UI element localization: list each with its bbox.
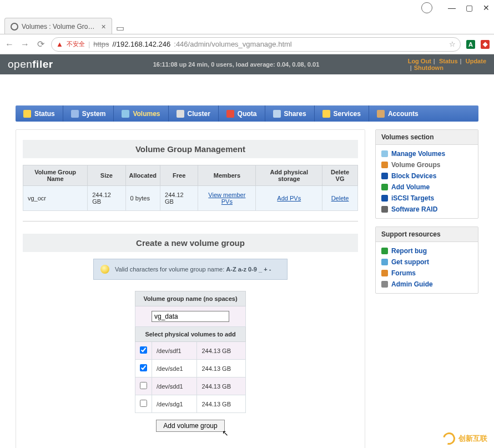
vg-table: Volume Group Name Size Allocated Free Me…: [23, 165, 358, 211]
nav-item-status[interactable]: Status: [16, 105, 63, 122]
sidebar-bullet-icon: [381, 195, 388, 202]
sidebar-item[interactable]: Admin Guide: [379, 279, 475, 290]
pv-size: 244.13 GB: [197, 342, 246, 360]
app-body: StatusSystemVolumesClusterQuotaSharesSer…: [0, 74, 494, 448]
sidebar-link[interactable]: Manage Volumes: [391, 150, 445, 158]
nav-item-cluster[interactable]: Cluster: [169, 105, 219, 122]
sidebar-link[interactable]: Software RAID: [391, 205, 437, 213]
browser-tab-active[interactable]: Volumes : Volume Gro… ×: [4, 18, 112, 34]
browser-tabbar: Volumes : Volume Gro… × ▭: [0, 16, 494, 34]
quota-icon: [226, 110, 234, 118]
nav-label: Accounts: [388, 110, 419, 118]
volumes-icon: [122, 110, 129, 118]
window-caption: — ▢ ✕: [0, 0, 494, 16]
sidebar-link[interactable]: Get support: [391, 258, 429, 266]
sidebar-item[interactable]: Get support: [379, 256, 475, 268]
bookmark-star-icon[interactable]: ☆: [449, 40, 456, 48]
nav-back-button[interactable]: ←: [4, 39, 14, 49]
window-minimize-button[interactable]: —: [448, 3, 456, 12]
nav-label: Shares: [284, 110, 306, 118]
profile-icon[interactable]: [421, 2, 432, 13]
pv-row: /dev/sde1244.13 GB: [135, 360, 246, 377]
sidebox-support-title: Support resources: [376, 227, 478, 242]
col-allocated: Allocated: [125, 165, 160, 186]
tab-title: Volumes : Volume Gro…: [22, 23, 94, 31]
pv-size: 244.13 GB: [197, 395, 246, 413]
vg-mgmt-heading: Volume Group Management: [23, 140, 358, 158]
nav-label: Volumes: [133, 110, 160, 118]
pv-checkbox[interactable]: [140, 400, 147, 407]
pv-row: /dev/sdg1244.13 GB: [135, 395, 246, 413]
nav-item-volumes[interactable]: Volumes: [114, 105, 168, 122]
extension-a-icon[interactable]: A: [466, 40, 475, 49]
link-logout[interactable]: Log Out: [408, 58, 431, 64]
pv-checkbox[interactable]: [140, 382, 147, 389]
nav-label: System: [82, 110, 106, 118]
link-add-pvs[interactable]: Add PVs: [277, 195, 301, 202]
nav-item-accounts[interactable]: Accounts: [369, 105, 426, 122]
window-maximize-button[interactable]: ▢: [466, 3, 473, 12]
col-delete: Delete VG: [322, 165, 358, 186]
link-update[interactable]: Update: [466, 58, 486, 64]
link-status[interactable]: Status: [439, 58, 458, 64]
sidebar-item[interactable]: iSCSI Targets: [379, 193, 475, 204]
pv-checkbox[interactable]: [140, 346, 147, 354]
sidebar-link[interactable]: Admin Guide: [391, 280, 433, 288]
link-delete-vg[interactable]: Delete: [331, 195, 349, 202]
sidebar-item[interactable]: Report bug: [379, 245, 475, 256]
sidebar-bullet-icon: [381, 281, 388, 288]
sidebar-link[interactable]: Volume Groups: [391, 161, 440, 169]
sidebar-item[interactable]: Add Volume: [379, 182, 475, 193]
sidebar-item[interactable]: Manage Volumes: [379, 148, 475, 159]
sidebar-link[interactable]: Report bug: [391, 247, 427, 255]
vg-name-input[interactable]: [152, 311, 229, 322]
cell-vgname: vg_ocr: [23, 186, 88, 211]
sidebar-item[interactable]: Volume Groups: [379, 159, 475, 170]
sidebar-bullet-icon: [381, 173, 388, 179]
new-tab-button[interactable]: ▭: [114, 22, 127, 34]
pv-size: 244.13 GB: [197, 360, 246, 377]
sidebar-link[interactable]: iSCSI Targets: [391, 194, 434, 202]
nav-item-system[interactable]: System: [63, 105, 114, 122]
sidebar-bullet-icon: [381, 206, 388, 213]
tip-pre: Valid characters for volume group name:: [115, 266, 226, 273]
nav-reload-button[interactable]: ⟳: [36, 39, 46, 49]
tab-favicon-icon: [11, 23, 18, 31]
sidebar-item[interactable]: Software RAID: [379, 204, 475, 215]
nav-item-services[interactable]: Services: [315, 105, 369, 122]
sidebar-bullet-icon: [381, 184, 388, 190]
link-shutdown[interactable]: Shutdown: [414, 64, 443, 71]
sidebar-link[interactable]: Block Devices: [391, 172, 436, 180]
col-vgname: Volume Group Name: [23, 165, 88, 186]
shares-icon: [273, 110, 281, 118]
sidebar-bullet-icon: [381, 270, 388, 276]
watermark-logo-icon: [441, 430, 457, 447]
sidebar-item[interactable]: Block Devices: [379, 170, 475, 182]
link-view-member-pvs[interactable]: View member PVs: [208, 192, 245, 205]
nav-label: Services: [334, 110, 361, 118]
url-rest: :446/admin/volumes_vgmanage.html: [174, 40, 291, 48]
nav-forward-button[interactable]: →: [20, 39, 30, 49]
nav-item-shares[interactable]: Shares: [265, 105, 315, 122]
add-volume-group-button[interactable]: Add volume group: [156, 420, 224, 432]
main-panel: Volume Group Management Volume Group Nam…: [16, 129, 365, 448]
sidebar-link[interactable]: Forums: [391, 269, 416, 277]
pv-row: /dev/sdd1244.13 GB: [135, 377, 246, 395]
table-row: vg_ocr244.12 GB0 bytes244.12 GBView memb…: [23, 186, 358, 211]
extension-b-icon[interactable]: ◆: [481, 40, 490, 49]
sidebar-link[interactable]: Add Volume: [391, 183, 430, 191]
tab-close-icon[interactable]: ×: [101, 22, 105, 31]
lightbulb-icon: [100, 265, 109, 274]
app-header: openfiler 16:11:08 up 24 min, 0 users, l…: [0, 54, 494, 74]
col-addphys: Add physical storage: [256, 165, 322, 186]
address-bar[interactable]: ▲ 不安全 | https //192.168.142.246:446/admi…: [51, 37, 461, 52]
pv-checkbox[interactable]: [140, 364, 147, 371]
insecure-warning-label: 不安全: [67, 40, 85, 48]
window-close-button[interactable]: ✕: [483, 3, 490, 12]
pv-select-header: Select physical volumes to add: [135, 327, 246, 342]
nav-label: Cluster: [188, 110, 210, 118]
sidebar-item[interactable]: Forums: [379, 268, 475, 279]
nav-item-quota[interactable]: Quota: [219, 105, 265, 122]
pv-row: /dev/sdf1244.13 GB: [135, 342, 246, 360]
status-icon: [23, 110, 31, 118]
